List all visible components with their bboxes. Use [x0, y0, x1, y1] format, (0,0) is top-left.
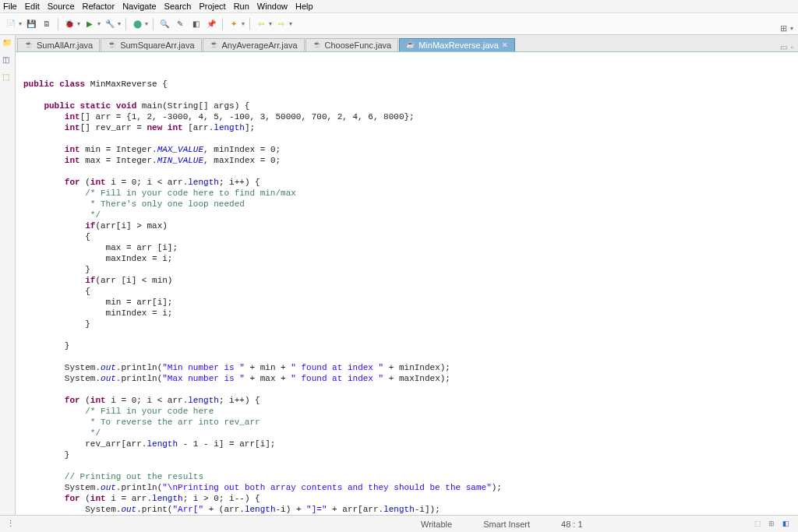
tab-sumallarr[interactable]: ☕SumAllArr.java	[17, 38, 100, 51]
dropdown-icon[interactable]: ▾	[77, 20, 80, 27]
tab-label: ChooseFunc.java	[325, 41, 392, 50]
separator	[222, 18, 223, 30]
left-trim: 📁 ◫ ⬚	[0, 35, 16, 515]
status-icon[interactable]: ⊞	[768, 520, 778, 529]
dropdown-icon[interactable]: ▾	[145, 20, 148, 27]
menu-navigate[interactable]: Navigate	[122, 2, 156, 11]
forward-icon[interactable]: ⇨	[275, 18, 288, 30]
status-cursor-pos: 48 : 1	[561, 520, 583, 529]
pin-icon[interactable]: 📌	[205, 18, 217, 30]
separator	[58, 18, 58, 30]
java-file-icon: ☕	[210, 41, 219, 50]
dropdown-icon[interactable]: ▾	[790, 25, 793, 32]
status-left-icon[interactable]: ⋮	[6, 519, 16, 529]
task-icon[interactable]: ✎	[174, 18, 186, 30]
save-all-icon[interactable]: 🗎	[41, 18, 53, 30]
type-hierarchy-icon[interactable]: ⬚	[2, 72, 13, 83]
minimize-icon[interactable]: ▫	[790, 43, 793, 51]
status-icon[interactable]: ⬚	[754, 520, 764, 529]
menu-refactor[interactable]: Refactor	[83, 2, 115, 11]
external-tools-icon[interactable]: 🔧	[104, 18, 116, 30]
tab-label: AnyAverageArr.java	[222, 41, 298, 50]
dropdown-icon[interactable]: ▾	[242, 20, 245, 27]
tab-anyaveragearr[interactable]: ☕AnyAverageArr.java	[203, 38, 305, 51]
run-icon[interactable]: ▶	[83, 18, 96, 30]
menu-edit[interactable]: Edit	[25, 2, 40, 11]
status-insert-mode: Smart Insert	[483, 520, 530, 529]
menu-bar: File Edit Source Refactor Navigate Searc…	[0, 0, 798, 13]
tab-choosefunc[interactable]: ☕ChooseFunc.java	[305, 38, 399, 51]
debug-icon[interactable]: 🐞	[63, 18, 76, 30]
tab-label: MinMaxReverse.java	[418, 41, 499, 50]
dropdown-icon[interactable]: ▾	[118, 20, 121, 27]
dropdown-icon[interactable]: ▾	[97, 20, 101, 27]
menu-run[interactable]: Run	[234, 2, 249, 11]
editor-tabs: ☕SumAllArr.java ☕SumSquareArr.java ☕AnyA…	[16, 35, 798, 52]
dropdown-icon[interactable]: ▾	[269, 20, 272, 27]
menu-project[interactable]: Project	[199, 2, 225, 11]
java-file-icon: ☕	[406, 41, 415, 50]
search-icon[interactable]: 🔍	[158, 18, 171, 30]
outline-icon[interactable]: ◫	[2, 55, 13, 66]
nav-icon[interactable]: ✦	[228, 18, 240, 30]
menu-file[interactable]: File	[3, 2, 17, 11]
tab-minmaxreverse[interactable]: ☕MinMaxReverse.java✕	[399, 38, 515, 51]
dropdown-icon[interactable]: ▾	[289, 20, 292, 27]
toolbar: 📄▾ 💾 🗎 🐞▾ ▶▾ 🔧▾ ⬤▾ 🔍 ✎ ◧ 📌 ✦▾ ⇦▾ ⇨▾ ⊞ ▾	[0, 13, 798, 35]
menu-help[interactable]: Help	[295, 2, 313, 11]
code-editor[interactable]: public class MinMaxReverse { public stat…	[16, 52, 798, 515]
perspective-icon[interactable]: ⊞	[780, 23, 787, 33]
package-explorer-icon[interactable]: 📁	[2, 38, 13, 49]
java-file-icon: ☕	[24, 41, 34, 50]
new-icon[interactable]: 📄	[5, 18, 17, 30]
separator	[125, 18, 126, 30]
toggle-icon[interactable]: ◧	[189, 18, 202, 30]
tab-sumsquarearr[interactable]: ☕SumSquareArr.java	[101, 38, 201, 51]
maximize-icon[interactable]: ▭	[780, 43, 787, 51]
new-class-icon[interactable]: ⬤	[131, 18, 143, 30]
tab-label: SumAllArr.java	[37, 41, 93, 50]
close-icon[interactable]: ✕	[502, 41, 508, 49]
separator	[249, 18, 250, 30]
save-icon[interactable]: 💾	[25, 18, 37, 30]
status-bar: ⋮ Writable Smart Insert 48 : 1 ⬚ ⊞ ◧	[0, 515, 798, 532]
menu-window[interactable]: Window	[257, 2, 288, 11]
perspective-switcher: ⊞ ▾	[780, 23, 793, 33]
status-writable: Writable	[421, 520, 452, 529]
menu-search[interactable]: Search	[164, 2, 192, 11]
dropdown-icon[interactable]: ▾	[19, 20, 22, 27]
separator	[153, 18, 154, 30]
back-icon[interactable]: ⇦	[255, 18, 267, 30]
status-icon[interactable]: ◧	[782, 520, 792, 529]
menu-source[interactable]: Source	[48, 2, 75, 11]
java-file-icon: ☕	[108, 41, 117, 50]
tab-label: SumSquareArr.java	[120, 41, 194, 50]
java-file-icon: ☕	[312, 41, 322, 50]
